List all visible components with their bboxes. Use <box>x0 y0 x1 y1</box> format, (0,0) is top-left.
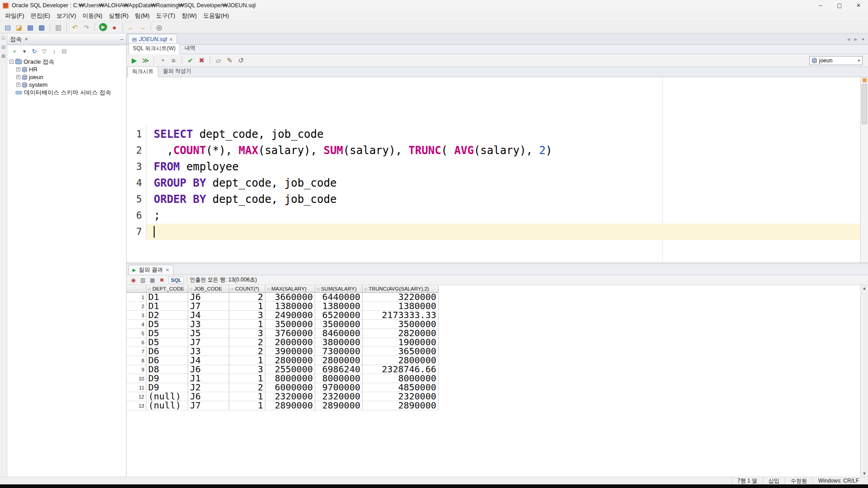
cell-sum-salary[interactable]: 6440000 <box>315 293 363 302</box>
cell-sum-salary[interactable]: 8000000 <box>315 374 363 383</box>
tab-list-icon[interactable]: ▾ <box>860 36 866 42</box>
table-row[interactable]: 11D9J22600000097000004850000 <box>127 383 439 392</box>
table-row[interactable]: 1D1J62366000064400003220000 <box>127 293 439 302</box>
tab-close-icon[interactable]: ✕ <box>169 37 173 42</box>
cell-max-salary[interactable]: 8000000 <box>265 374 315 383</box>
panel-close-icon[interactable]: ✕ <box>24 37 28 42</box>
tab-close-icon[interactable]: ✕ <box>165 267 169 272</box>
cell-max-salary[interactable]: 1380000 <box>265 302 315 311</box>
table-row[interactable]: 3D2J43249000065200002173333.33 <box>127 311 439 320</box>
column-header-job-code[interactable]: ◇JOB_CODE <box>188 285 229 292</box>
cell-trunc-avg-salary[interactable]: 2890000 <box>363 401 439 410</box>
cell-dept-code[interactable]: D1 <box>146 302 188 311</box>
cell-count[interactable]: 3 <box>229 329 265 338</box>
debug-icon[interactable]: ● <box>109 22 119 32</box>
menu-run[interactable]: 실행(R) <box>105 11 132 21</box>
cell-job-code[interactable]: J3 <box>188 347 229 356</box>
cell-dept-code[interactable]: D5 <box>146 338 188 347</box>
tree-item-system[interactable]: +system <box>7 81 126 89</box>
cell-count[interactable]: 3 <box>229 311 265 320</box>
minimized-db-panel-icon[interactable]: ▦ <box>1 53 6 59</box>
restore-panel-icon[interactable]: ◱ <box>1 35 6 41</box>
cell-count[interactable]: 1 <box>229 392 265 401</box>
cell-trunc-avg-salary[interactable]: 4850000 <box>363 383 439 392</box>
table-row[interactable]: 7D6J32390000073000003650000 <box>127 347 439 356</box>
cell-count[interactable]: 1 <box>229 302 265 311</box>
tree-item-joeun[interactable]: +joeun <box>7 73 126 81</box>
run-script-icon[interactable]: ≫ <box>141 56 151 66</box>
commit-icon[interactable]: ✔ <box>185 56 195 66</box>
cell-sum-salary[interactable]: 2890000 <box>315 401 363 410</box>
connection-menu-icon[interactable]: ▾ <box>20 47 29 56</box>
cell-sum-salary[interactable]: 6986240 <box>315 365 363 374</box>
scroll-down-icon[interactable]: ▼ <box>863 471 867 476</box>
code-line[interactable]: 7 <box>127 224 860 240</box>
cell-trunc-avg-salary[interactable]: 2820000 <box>363 329 439 338</box>
minimize-button[interactable]: – <box>811 0 830 11</box>
cell-count[interactable]: 1 <box>229 356 265 365</box>
minimized-panel-icon[interactable]: ▤ <box>1 44 6 50</box>
table-row[interactable]: 9D8J63255000069862402328746.66 <box>127 365 439 374</box>
tab-query-result[interactable]: ▶ 질의 결과 ✕ <box>128 265 174 275</box>
tab-history[interactable]: 내역 <box>180 43 200 54</box>
menu-window[interactable]: 창(W) <box>179 11 200 21</box>
table-row[interactable]: 12(null)J61232000023200002320000 <box>127 392 439 401</box>
add-connection-icon[interactable]: + <box>10 47 19 56</box>
file-tab-joeun-sql[interactable]: ▤ JOEUN.sql ✕ <box>128 34 177 44</box>
cell-max-salary[interactable]: 3660000 <box>265 293 315 302</box>
delete-icon[interactable]: ✖ <box>158 276 166 284</box>
table-row[interactable]: 4D5J31350000035000003500000 <box>127 320 439 329</box>
menu-help[interactable]: 도움말(H) <box>200 11 232 21</box>
code-line[interactable]: 1SELECT dept_code, job_code <box>127 126 860 142</box>
cell-sum-salary[interactable]: 3500000 <box>315 320 363 329</box>
save-icon[interactable]: ▦ <box>25 22 35 32</box>
cell-count[interactable]: 1 <box>229 401 265 410</box>
explain-plan-icon[interactable]: ≡ <box>169 56 179 66</box>
cell-job-code[interactable]: J5 <box>188 329 229 338</box>
cell-job-code[interactable]: J4 <box>188 356 229 365</box>
column-header-sum-salary[interactable]: ◇SUM(SALARY) <box>315 285 363 292</box>
cell-sum-salary[interactable]: 6520000 <box>315 311 363 320</box>
results-scrollbar[interactable]: ▲ ▼ <box>860 285 868 477</box>
grid-actions-icon[interactable]: ▦ <box>148 276 156 284</box>
run-statement-icon[interactable]: ▶ <box>129 56 139 66</box>
cell-dept-code[interactable]: D9 <box>146 374 188 383</box>
cell-trunc-avg-salary[interactable]: 2800000 <box>363 356 439 365</box>
cell-max-salary[interactable]: 3760000 <box>265 329 315 338</box>
close-button[interactable]: ✕ <box>849 0 868 11</box>
maximize-button[interactable]: ▢ <box>830 0 849 11</box>
cell-sum-salary[interactable]: 9700000 <box>315 383 363 392</box>
tree-expander-icon[interactable]: + <box>16 75 20 79</box>
connection-selector[interactable]: joeun ▾ <box>809 56 863 65</box>
column-header-max-salary[interactable]: ◇MAX(SALARY) <box>265 285 315 292</box>
menu-edit[interactable]: 편집(E) <box>28 11 53 21</box>
tree-item-db-schema-service[interactable]: 데이터베이스 스키마 서비스 접속 <box>7 89 126 96</box>
forward-icon[interactable]: → <box>137 22 147 32</box>
cell-dept-code[interactable]: D6 <box>146 347 188 356</box>
cell-count[interactable]: 3 <box>229 365 265 374</box>
code-editor[interactable]: 1SELECT dept_code, job_code2 ,COUNT(*), … <box>127 77 868 263</box>
column-header-trunc-avg-salary[interactable]: ◇TRUNC(AVG(SALARY),2) <box>363 285 439 292</box>
cell-job-code[interactable]: J2 <box>188 383 229 392</box>
tree-item-oracle-connections[interactable]: −Oracle 접속 <box>7 58 126 66</box>
cell-job-code[interactable]: J7 <box>188 401 229 410</box>
column-header-count[interactable]: ◇COUNT(*) <box>229 285 265 292</box>
tree-expander-icon[interactable]: + <box>16 67 20 71</box>
tree-item-hr[interactable]: +HR <box>7 66 126 73</box>
cell-max-salary[interactable]: 2550000 <box>265 365 315 374</box>
history-icon[interactable]: ↺ <box>236 56 246 66</box>
menu-team[interactable]: 팀(M) <box>132 11 153 21</box>
menu-file[interactable]: 파일(F) <box>2 11 28 21</box>
cell-job-code[interactable]: J4 <box>188 311 229 320</box>
cell-dept-code[interactable]: D9 <box>146 383 188 392</box>
subtab-query-builder[interactable]: 질의 작성기 <box>158 66 196 77</box>
open-file-icon[interactable]: ◪ <box>14 22 24 32</box>
code-line[interactable]: 5ORDER BY dept_code, job_code <box>127 191 860 207</box>
cell-job-code[interactable]: J6 <box>188 293 229 302</box>
tab-sql-worksheet[interactable]: SQL 워크시트(W) <box>128 43 180 54</box>
cell-job-code[interactable]: J3 <box>188 320 229 329</box>
table-row[interactable]: 2D1J71138000013800001380000 <box>127 302 439 311</box>
new-file-icon[interactable]: ▤ <box>3 22 13 32</box>
sql-label[interactable]: SQL <box>169 277 184 284</box>
menu-view[interactable]: 보기(V) <box>53 11 79 21</box>
